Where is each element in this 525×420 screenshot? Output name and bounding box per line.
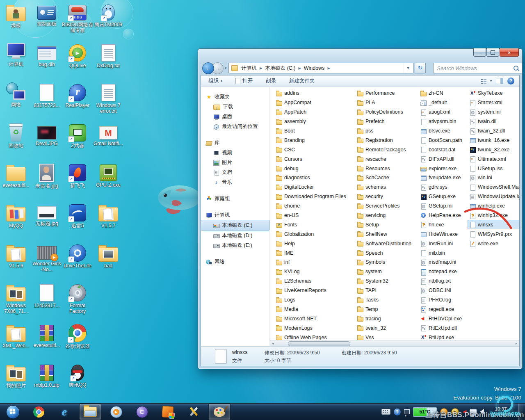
sidebar-item-视频[interactable]: 视频 xyxy=(201,148,269,158)
preview-pane-button[interactable] xyxy=(496,78,503,84)
recent-pages-chevron-icon[interactable]: ▾ xyxy=(225,66,227,70)
file-item-pss[interactable]: pss xyxy=(355,126,417,136)
file-item-Help[interactable]: Help xyxy=(274,239,354,248)
file-item-GSetup.exe[interactable]: GSetup.exe xyxy=(418,192,466,201)
file-item-AppPatch[interactable]: AppPatch xyxy=(274,107,354,117)
file-item-winsxs[interactable]: winsxs xyxy=(468,220,519,229)
sidebar-item-音乐[interactable]: ♪音乐 xyxy=(201,177,269,187)
desktop-icon-everestulti...[interactable]: everestulti... xyxy=(31,323,62,348)
toolbar-burn-button[interactable]: 刻录 xyxy=(263,76,278,86)
file-item-ativpsrm.bin[interactable]: ativpsrm.bin xyxy=(418,117,466,126)
file-item-twunk_32.exe[interactable]: twunk_32.exe xyxy=(468,145,519,154)
file-item-Globalization[interactable]: Globalization xyxy=(274,229,354,239)
file-item-ServiceProfiles[interactable]: ServiceProfiles xyxy=(355,201,417,211)
file-item-Symbols[interactable]: Symbols xyxy=(355,258,417,267)
file-item-LiveKernelReports[interactable]: LiveKernelReports xyxy=(274,286,354,295)
desktop-icon-everestulti...[interactable]: everestulti... xyxy=(0,162,32,188)
file-item-regedit.exe[interactable]: regedit.exe xyxy=(418,304,466,314)
address-bar[interactable]: 计算机▶本地磁盘 (C:)▶Windows▶ ▼ xyxy=(228,63,414,73)
back-button[interactable]: ← xyxy=(202,62,214,74)
horizontal-scrollbar[interactable]: ◂ ▸ xyxy=(270,340,519,346)
file-item-Media[interactable]: Media xyxy=(274,304,354,314)
sidebar-item-本地磁盘 (E:)[interactable]: 本地磁盘 (E:) xyxy=(201,240,269,250)
file-item-winhelp.exe[interactable]: winhelp.exe xyxy=(468,201,519,211)
file-item-USetup.iss[interactable]: USetup.iss xyxy=(468,164,519,173)
file-item-twain.dll[interactable]: twain.dll xyxy=(468,117,519,126)
sidebar-item-收藏夹[interactable]: ★收藏夹 xyxy=(201,92,269,102)
file-item-CSC[interactable]: CSC xyxy=(274,145,354,154)
file-item-RemotePackages[interactable]: RemotePackages xyxy=(355,145,417,154)
file-item-mib.bin[interactable]: mib.bin xyxy=(418,248,466,258)
file-item-system[interactable]: system xyxy=(355,267,417,276)
file-item-ntbtlog.txt[interactable]: ntbtlog.txt xyxy=(418,276,466,286)
search-input[interactable]: Search Windows xyxy=(433,63,522,73)
file-item-Branding[interactable]: Branding xyxy=(274,135,354,145)
file-item-Cursors[interactable]: Cursors xyxy=(274,154,354,164)
file-item-WMSysPr9.prx[interactable]: WMSysPr9.prx xyxy=(468,229,519,239)
taskbar-app-orb-button[interactable] xyxy=(131,404,153,420)
desktop-icon-V1.5.6[interactable]: V1.5.6 xyxy=(0,243,32,269)
taskbar-app-tools-button[interactable] xyxy=(183,404,205,420)
file-item-PFRO.log[interactable]: PFRO.log xyxy=(418,295,466,305)
desktop-icon-12453917...[interactable]: 12453917... xyxy=(31,283,62,308)
file-item-_default[interactable]: _default xyxy=(418,98,466,107)
file-item-HideWin.exe[interactable]: HideWin.exe xyxy=(418,229,466,239)
minimize-button[interactable]: — xyxy=(473,48,486,57)
file-item-Performance[interactable]: Performance xyxy=(355,89,417,98)
file-item-explorer.exe[interactable]: explorer.exe xyxy=(418,164,466,173)
file-item-Fonts[interactable]: Fonts xyxy=(274,220,354,229)
tray-expand-icon[interactable] xyxy=(404,409,410,414)
sidebar-item-本地磁盘 (C:)[interactable]: 本地磁盘 (C:) xyxy=(201,220,269,231)
views-button[interactable]: ▾ xyxy=(481,78,492,84)
scroll-right-icon[interactable]: ▸ xyxy=(514,342,519,345)
desktop-icon-Z武器[interactable]: ↗Z武器 xyxy=(62,123,93,148)
file-item-twain_32.dll[interactable]: twain_32.dll xyxy=(468,126,519,136)
file-item-KVLog[interactable]: KVLog xyxy=(274,267,354,276)
file-item-tracing[interactable]: tracing xyxy=(355,314,417,323)
taskbar-chrome-button[interactable] xyxy=(27,404,50,420)
file-item-PolicyDefinitions[interactable]: PolicyDefinitions xyxy=(355,107,417,117)
desktop-icon-我的照片[interactable]: 我的照片 xyxy=(0,363,32,388)
file-item-Microsoft.NET[interactable]: Microsoft.NET xyxy=(274,314,354,323)
sidebar-item-本地磁盘 (D:)[interactable]: 本地磁盘 (D:) xyxy=(201,231,269,240)
close-button[interactable]: × xyxy=(500,48,519,57)
desktop-icon-DriveTheLife[interactable]: ↗DriveTheLife xyxy=(62,243,93,269)
desktop-icon-回收站[interactable]: 回收站 xyxy=(0,123,32,148)
file-item-BootScan.path[interactable]: BootScan.path xyxy=(418,135,466,145)
desktop-icon-GPU-Z.exe[interactable]: GPU-Z.exe xyxy=(93,162,124,188)
toolbar-organize-button[interactable]: 组织▾ xyxy=(206,76,225,86)
file-item-Speech[interactable]: Speech xyxy=(355,248,417,258)
file-item-twain_32[interactable]: twain_32 xyxy=(355,323,417,333)
keyboard-icon[interactable] xyxy=(381,409,390,415)
file-item-atiogl.xml[interactable]: atiogl.xml xyxy=(418,107,466,117)
file-item-winhlp32.exe[interactable]: winhlp32.exe xyxy=(468,211,519,220)
taskbar-app-shield-button[interactable] xyxy=(157,404,179,420)
desktop-icon-坂板[interactable]: 坂板 xyxy=(0,2,32,28)
sidebar-item-库[interactable]: 库 xyxy=(201,138,269,148)
file-item-schemas[interactable]: schemas xyxy=(355,183,417,192)
file-item-write.exe[interactable]: write.exe xyxy=(468,239,519,248)
scroll-left-icon[interactable]: ◂ xyxy=(270,342,276,345)
file-item-PLA[interactable]: PLA xyxy=(355,98,417,107)
desktop-icon-Gmail Notifi...[interactable]: Gmail Notifi... xyxy=(93,123,124,146)
file-item-Resources[interactable]: Resources xyxy=(355,164,417,173)
toolbar-open-button[interactable]: 打开 xyxy=(233,76,255,86)
file-item-Starter.xml[interactable]: Starter.xml xyxy=(468,98,519,107)
file-item-SoftwareDistribution[interactable]: SoftwareDistribution xyxy=(355,239,417,248)
desktop-icon-MyQQ[interactable]: MyQQ xyxy=(0,203,32,228)
desktop-icon-XML_Web...[interactable]: XML_Web... xyxy=(0,323,32,349)
file-item-Downloaded Program Files[interactable]: Downloaded Program Files xyxy=(274,192,354,201)
media-tray-icon[interactable] xyxy=(451,408,459,416)
sidebar-item-家庭组[interactable]: 家庭组 xyxy=(201,194,269,203)
file-item-inf[interactable]: inf xyxy=(274,258,354,267)
file-item-diagnostics[interactable]: diagnostics xyxy=(274,173,354,183)
desktop-icon-新飞飞[interactable]: ↗新飞飞 xyxy=(62,162,93,188)
file-item-SchCache[interactable]: SchCache xyxy=(355,173,417,183)
file-item-fveupdate.exe[interactable]: fveupdate.exe xyxy=(418,173,466,183)
file-item-ShellNew[interactable]: ShellNew xyxy=(355,229,417,239)
desktop-icon-网络[interactable]: 网络 xyxy=(0,82,32,107)
desktop-icon-迅雷5[interactable]: ↗迅雷5 xyxy=(62,203,93,228)
file-item-GSetup.ini[interactable]: GSetup.ini xyxy=(418,201,466,211)
taskbar-internet-explorer-button[interactable]: e xyxy=(53,404,75,420)
file-item-en-US[interactable]: en-US xyxy=(274,211,354,220)
